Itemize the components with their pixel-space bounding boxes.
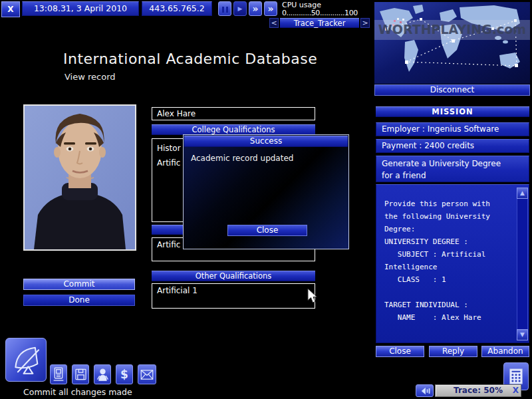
mission-close-button[interactable]: Close (376, 346, 424, 357)
chevron-right-icon: > (362, 19, 368, 27)
commit-button[interactable]: Commit (23, 279, 135, 290)
ip-text: 443.65.765.2 (149, 3, 205, 13)
close-button[interactable]: X (1, 1, 20, 17)
name-value: Alex Hare (157, 109, 196, 118)
world-map-image: WORTHPLAYING.com (374, 2, 530, 84)
done-label: Done (68, 295, 90, 305)
mission-detail-line: SUBJECT : Artificial (384, 250, 513, 263)
page-title: International Academic Database (63, 51, 317, 67)
dialog-close-label: Close (257, 225, 279, 235)
other-value: Artificial 1 (157, 286, 198, 295)
mission-reply-label: Reply (442, 346, 464, 356)
disconnect-button[interactable]: Disconnect (374, 84, 530, 96)
scroll-down-icon: ▼ (520, 331, 525, 338)
gateway-icon (53, 366, 65, 382)
objective-line: for a friend (382, 170, 523, 182)
watermark-text: WORTHPLAYING.com (378, 22, 526, 37)
software-menu-button[interactable] (5, 338, 47, 382)
mission-abandon-button[interactable]: Abandon (481, 346, 529, 357)
cpu-usage-scale: 0............50............100 (282, 9, 358, 17)
world-map: WORTHPLAYING.com (374, 2, 530, 84)
pause-icon (221, 3, 229, 15)
mission-detail-line: Intelligence (384, 263, 513, 275)
pause-button[interactable] (218, 1, 231, 16)
done-button[interactable]: Done (23, 295, 135, 306)
mission-scrollbar-track[interactable] (517, 188, 528, 340)
mission-header: MISSION (376, 106, 529, 117)
college-qualifications-header: College Qualifications (152, 124, 315, 135)
tracker-selector[interactable]: Trace_Tracker (280, 18, 359, 28)
close-icon: X (7, 5, 13, 14)
satellite-dish-icon (9, 342, 43, 378)
disconnect-label: Disconnect (430, 85, 475, 94)
mission-close-label: Close (389, 346, 411, 356)
trace-close-button[interactable]: X (513, 385, 519, 396)
fastest-forward-button[interactable]: » (264, 1, 277, 16)
name-field[interactable]: Alex Hare (152, 107, 315, 120)
clock-display: 13:08.31, 3 April 2010 (22, 1, 139, 16)
mission-payment: Payment : 2400 credits (376, 139, 529, 153)
uplink-game-screen: X 13:08.31, 3 April 2010 443.65.765.2 ▶ … (0, 0, 532, 399)
success-dialog: Success Academic record updated Close (183, 134, 349, 249)
mission-details-panel: Provide this person with the following U… (376, 184, 529, 343)
fastest-forward-icon: » (267, 3, 273, 14)
clock-text: 13:08.31, 3 April 2010 (34, 3, 127, 13)
tracker-prev-button[interactable]: < (269, 18, 279, 28)
fast-forward-button[interactable]: » (249, 1, 262, 16)
dialog-message: Academic record updated (191, 154, 293, 163)
record-photo (23, 104, 136, 251)
mission-reply-button[interactable]: Reply (429, 346, 477, 357)
fast-forward-icon: » (252, 3, 258, 14)
trace-speaker-button[interactable] (416, 384, 434, 397)
mission-objective: Generate a University Degree for a frien… (376, 156, 529, 182)
other-qualifications-field[interactable]: Artificial 1 (152, 283, 315, 309)
trace-label: Trace: 50% (454, 386, 503, 395)
speaker-icon (418, 386, 432, 396)
dialog-close-button[interactable]: Close (227, 225, 307, 236)
email-button[interactable] (138, 364, 156, 384)
finance-button[interactable]: $ (116, 364, 133, 384)
mission-detail-line: CLASS : 1 (384, 275, 513, 288)
cursor-arrow-icon (307, 289, 320, 307)
portrait-image (25, 106, 135, 249)
university-value: Artific (157, 240, 180, 249)
dialog-title: Success (184, 136, 348, 147)
play-button[interactable]: ▶ (233, 1, 247, 16)
mission-detail-line: Provide this person with (384, 200, 513, 212)
email-icon (140, 369, 154, 380)
mission-detail-line: TARGET INDIVIDUAL : (384, 301, 513, 313)
other-qualifications-header: Other Qualifications (152, 271, 315, 281)
trace-progress-bar: Trace: 50% X (435, 384, 521, 397)
scroll-up-button[interactable]: ▲ (517, 188, 528, 199)
mission-employer: Employer : Ingenius Software (376, 122, 529, 136)
scroll-down-button[interactable]: ▼ (517, 329, 528, 340)
objective-line: Generate a University Degree (382, 158, 523, 170)
trace-close-icon: X (513, 386, 519, 395)
gateway-button[interactable] (50, 364, 67, 384)
mission-detail-line (384, 288, 513, 301)
status-tooltip-text: Commit all changes made (23, 387, 132, 397)
chevron-left-icon: < (271, 19, 277, 27)
page-subtitle: View record (65, 72, 116, 82)
finance-icon: $ (120, 368, 128, 381)
scroll-up-icon: ▲ (520, 190, 525, 196)
tracker-label: Trace_Tracker (294, 19, 346, 28)
mission-detail-line: Degree: (384, 225, 513, 237)
memory-icon (74, 367, 87, 382)
tracker-next-button[interactable]: > (360, 18, 370, 28)
personnel-icon (96, 367, 109, 382)
memory-button[interactable] (72, 364, 89, 384)
mission-detail-line: UNIVERSITY DEGREE : (384, 237, 513, 250)
mission-abandon-label: Abandon (487, 346, 523, 356)
news-icon (507, 366, 525, 386)
commit-label: Commit (63, 279, 94, 289)
ip-display: 443.65.765.2 (142, 1, 212, 16)
personnel-button[interactable] (94, 364, 111, 384)
mission-detail-line: NAME : Alex Hare (384, 313, 513, 326)
play-icon: ▶ (238, 5, 243, 12)
mission-detail-line: the following University (384, 212, 513, 225)
